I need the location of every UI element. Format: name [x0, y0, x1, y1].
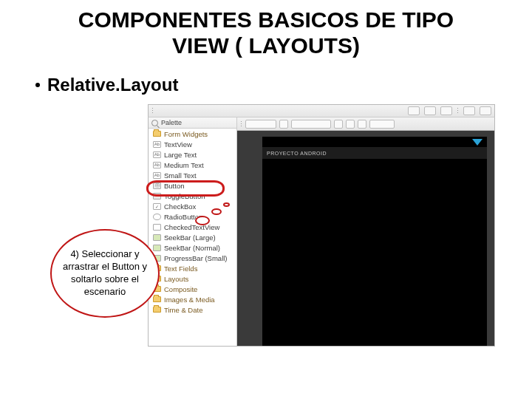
toolbar-button[interactable]	[480, 106, 491, 115]
callout-text: 4) Seleccionar y arrastrar el Button y s…	[61, 248, 149, 299]
bullet-item: Relative.Layout	[0, 61, 532, 101]
bullet-dot-icon	[35, 83, 40, 87]
folder-icon	[153, 131, 161, 137]
design-canvas-pane: PROYECTO ANDROID	[237, 117, 494, 346]
tail-oval-icon	[195, 216, 210, 225]
toolbar-button[interactable]	[408, 106, 420, 115]
radio-icon	[153, 214, 161, 220]
slide-title: COMPONENTES BASICOS DE TIPO VIEW ( LAYOU…	[0, 0, 532, 61]
palette-item-togglebutton[interactable]: ToggleButton	[149, 191, 236, 201]
item-label: TextView	[164, 140, 192, 149]
toolbar-button[interactable]	[440, 106, 452, 115]
ide-screenshot: Palette Form Widgets Ab TextView Ab Larg…	[148, 104, 495, 347]
item-label: Large Text	[164, 151, 197, 159]
tail-oval-icon	[223, 202, 230, 207]
palette-item-medium-text[interactable]: Ab Medium Text	[149, 160, 236, 170]
search-icon	[151, 120, 158, 126]
item-label: ToggleButton	[164, 192, 205, 200]
tail-oval-icon	[211, 208, 222, 215]
palette-item-small-text[interactable]: Ab Small Text	[149, 170, 236, 180]
ide-top-toolbar	[148, 104, 495, 117]
textview-icon: Ab	[153, 162, 161, 168]
device-status-bar	[262, 137, 487, 147]
device-selector[interactable]	[245, 120, 276, 129]
item-label: Small Text	[164, 171, 197, 180]
toolbar-button[interactable]	[424, 106, 436, 115]
palette-item-button[interactable]: ⓞ Button	[149, 180, 236, 191]
textview-icon: Ab	[153, 172, 161, 179]
title-line-2: VIEW ( LAYOUTS)	[172, 33, 360, 58]
device-preview[interactable]: PROYECTO ANDROID	[262, 137, 487, 346]
drag-handle-icon	[151, 107, 154, 115]
textview-icon: Ab	[153, 151, 161, 158]
title-line-1: COMPONENTES BASICOS DE TIPO	[78, 7, 454, 32]
theme-selector[interactable]	[291, 120, 331, 129]
triangle-icon	[472, 139, 482, 146]
canvas-toolbar-button[interactable]	[358, 120, 366, 129]
canvas-toolbar-button[interactable]	[334, 120, 343, 129]
item-label: CheckBox	[164, 202, 196, 211]
callout-bubble: 4) Seleccionar y arrastrar el Button y s…	[50, 229, 176, 318]
item-label: Medium Text	[164, 161, 204, 169]
folder-label: Form Widgets	[164, 130, 208, 138]
palette-item-textview[interactable]: Ab TextView	[149, 139, 236, 149]
api-selector[interactable]	[369, 120, 395, 129]
device-action-bar: PROYECTO ANDROID	[262, 147, 487, 159]
button-icon: ⓞ	[153, 183, 161, 189]
toggle-icon	[153, 193, 161, 200]
canvas-toolbar-button[interactable]	[346, 120, 355, 129]
bullet-text: Relative.Layout	[47, 75, 178, 95]
orientation-button[interactable]	[279, 120, 288, 129]
palette-folder-form-widgets[interactable]: Form Widgets	[149, 129, 236, 139]
app-title: PROYECTO ANDROID	[267, 151, 327, 156]
toolbar-button[interactable]	[463, 106, 475, 115]
palette-header: Palette	[149, 117, 236, 129]
checkbox-icon: ✓	[153, 203, 161, 210]
drag-handle-icon	[240, 120, 242, 128]
canvas-toolbar	[237, 117, 494, 131]
textview-icon: Ab	[153, 141, 161, 148]
palette-item-radiobutton[interactable]: RadioButton	[149, 211, 236, 222]
palette-title: Palette	[161, 119, 182, 126]
palette-item-large-text[interactable]: Ab Large Text	[149, 149, 236, 160]
item-label: Button	[164, 182, 184, 190]
drag-handle-icon	[457, 107, 459, 115]
